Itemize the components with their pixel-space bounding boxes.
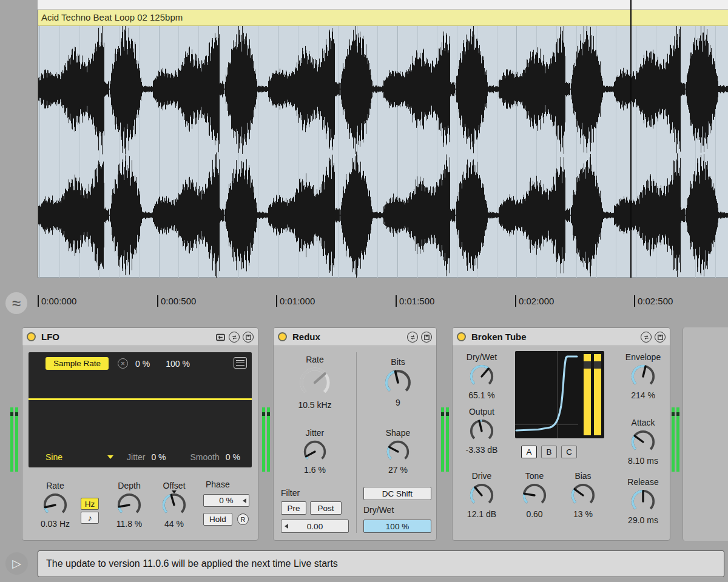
lfo-waveform-line: [29, 398, 252, 400]
knob-value[interactable]: 44 %: [153, 519, 195, 529]
save-preset-icon[interactable]: [421, 332, 432, 343]
knob-value[interactable]: 27 %: [377, 465, 419, 475]
knob-value[interactable]: 9: [377, 398, 419, 407]
filter-freq-box[interactable]: 0.00: [281, 520, 349, 533]
clip-title-bar[interactable]: Acid Techno Beat Loop 02 125bpm: [38, 10, 728, 26]
status-message-bar: The update to version 11.0.6 will be app…: [38, 550, 724, 577]
bt-attack-knob[interactable]: [630, 429, 656, 455]
knob-label: Drive: [461, 471, 502, 481]
bt-drywet-knob[interactable]: [469, 364, 494, 389]
knob-label: Attack: [621, 418, 665, 428]
knob-value[interactable]: 1.6 %: [294, 465, 335, 475]
save-preset-icon[interactable]: [655, 332, 666, 343]
knob-value[interactable]: 11.8 %: [109, 519, 150, 529]
lfo-shape-select[interactable]: Sine: [46, 452, 62, 462]
knob-value[interactable]: 214 %: [621, 390, 665, 400]
bt-drive-knob[interactable]: [469, 483, 494, 508]
hot-swap-icon[interactable]: [641, 332, 652, 343]
device-drop-area[interactable]: [682, 327, 728, 541]
redux-bits-knob[interactable]: [384, 369, 412, 396]
knob-label: Jitter: [294, 428, 335, 438]
smooth-value[interactable]: 0 %: [226, 452, 240, 462]
device-activator-led[interactable]: [278, 332, 287, 341]
redux-rate-knob[interactable]: [298, 366, 331, 399]
mapped-parameter-button[interactable]: Sample Rate: [46, 357, 109, 370]
variation-a-button[interactable]: A: [521, 446, 537, 458]
dry-wet-value-box[interactable]: 100 %: [363, 520, 431, 533]
device-activator-led[interactable]: [457, 332, 466, 341]
redux-header[interactable]: Redux: [274, 328, 436, 346]
multimap-menu-icon[interactable]: [234, 357, 247, 369]
tube-meter-right: [594, 354, 601, 435]
knob-value[interactable]: 0.03 Hz: [35, 519, 76, 529]
jitter-value[interactable]: 0 %: [151, 452, 166, 462]
ruler-label: 0:00:500: [157, 295, 196, 307]
smooth-label: Smooth: [190, 452, 220, 462]
knob-value[interactable]: 12.1 dB: [461, 509, 502, 519]
filter-post-button[interactable]: Post: [310, 501, 342, 515]
retrigger-button[interactable]: R: [237, 513, 249, 525]
lfo-offset-knob[interactable]: [161, 492, 187, 518]
lfo-depth-knob-group: Depth 11.8 %: [109, 481, 150, 529]
knob-value[interactable]: 65.1 %: [461, 390, 502, 400]
hold-button[interactable]: Hold: [203, 513, 232, 526]
filter-pre-button[interactable]: Pre: [281, 501, 306, 515]
knob-label: Tone: [514, 471, 555, 481]
lfo-header[interactable]: LFO: [22, 328, 258, 346]
knob-value[interactable]: 8.10 ms: [621, 456, 665, 466]
device-activator-led[interactable]: [27, 332, 36, 341]
lfo-display: Sample Rate × 0 % 100 % Sine Jitter 0 % …: [29, 352, 252, 467]
save-preset-icon[interactable]: [243, 332, 254, 343]
adaptive-zoom-icon[interactable]: ≈: [5, 292, 27, 314]
jitter-label: Jitter: [127, 452, 145, 462]
bt-release-knob[interactable]: [630, 489, 656, 514]
knob-label: Bias: [562, 471, 604, 481]
knob-value[interactable]: 10.5 kHz: [294, 400, 335, 410]
bt-envelope-knob[interactable]: [630, 364, 656, 389]
map-icon[interactable]: [215, 333, 226, 341]
default-value-marker: [172, 490, 177, 493]
knob-label: Bits: [377, 357, 419, 367]
chain-level-meter: [10, 407, 19, 472]
phase-value-box[interactable]: 0 %: [203, 494, 249, 507]
map-min-value[interactable]: 0 %: [135, 359, 150, 369]
bt-release-knob-group: Release 29.0 ms: [621, 477, 665, 525]
bt-output-knob[interactable]: [469, 418, 494, 444]
scrub-area[interactable]: [38, 0, 728, 10]
knob-value[interactable]: 13 %: [562, 509, 604, 519]
variation-b-button[interactable]: B: [541, 446, 557, 458]
waveform-display[interactable]: [38, 26, 728, 278]
lfo-rate-knob[interactable]: [42, 492, 68, 518]
rate-unit-note-button[interactable]: ♪: [81, 512, 99, 524]
knob-label: Dry/Wet: [461, 352, 502, 363]
ruler-label: 0:00:000: [38, 295, 76, 307]
playhead-line[interactable]: [630, 0, 632, 278]
lfo-offset-knob-group: Offset 44 %: [153, 481, 195, 529]
knob-label: Offset: [153, 481, 195, 491]
bt-bias-knob[interactable]: [570, 483, 596, 508]
knob-value[interactable]: 29.0 ms: [621, 515, 665, 525]
chevron-down-icon[interactable]: [107, 455, 113, 459]
bt-drive-knob-group: Drive 12.1 dB: [461, 471, 502, 519]
redux-shape-knob[interactable]: [386, 440, 410, 464]
rate-unit-hz-button[interactable]: Hz: [81, 498, 99, 510]
bt-tone-knob[interactable]: [522, 483, 547, 508]
knob-value[interactable]: 0.60: [514, 509, 555, 519]
redux-jitter-knob[interactable]: [303, 440, 327, 464]
unmap-icon[interactable]: ×: [118, 358, 128, 369]
dry-wet-label: Dry/Wet: [363, 505, 394, 515]
drag-arrow-icon[interactable]: [285, 524, 288, 529]
time-ruler[interactable]: 0:00:000 0:00:500 0:01:000 0:01:500 0:02…: [38, 295, 728, 310]
drag-arrow-icon[interactable]: [243, 498, 246, 503]
update-play-icon[interactable]: ▷: [5, 552, 28, 575]
knob-label: Rate: [294, 355, 335, 365]
hot-swap-icon[interactable]: [229, 332, 240, 343]
hot-swap-icon[interactable]: [407, 332, 418, 343]
lfo-depth-knob[interactable]: [116, 492, 142, 518]
map-max-value[interactable]: 100 %: [166, 359, 190, 369]
dc-shift-button[interactable]: DC Shift: [363, 487, 431, 500]
redux-rate-knob-group: Rate 10.5 kHz: [294, 355, 335, 410]
variation-c-button[interactable]: C: [561, 446, 577, 458]
broken-tube-header[interactable]: Broken Tube: [453, 328, 670, 346]
knob-value[interactable]: -3.33 dB: [461, 445, 502, 455]
